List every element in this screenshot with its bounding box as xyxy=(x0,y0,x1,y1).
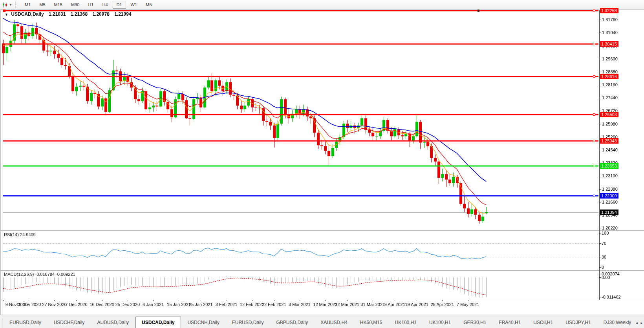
tabs-holder: EURUSD,DailyUSDCHF,DailyAUDUSD,DailyUSDC… xyxy=(3,317,634,328)
chart-symbol-period: USDCAD,Daily xyxy=(11,11,44,17)
tabbar-grip xyxy=(0,318,2,328)
price-axis-tick: 1.31040 xyxy=(602,30,618,35)
price-axis-tick: 1.21660 xyxy=(602,200,618,204)
tab-item-audusd-daily[interactable]: AUDUSD,Daily xyxy=(91,318,135,327)
price-axis-tick: 1.22380 xyxy=(602,187,618,191)
price-axis-tick: 1.28160 xyxy=(602,82,618,87)
macd-scale-label: 0.00 xyxy=(602,275,610,280)
price-axis-tick: 1.31760 xyxy=(602,17,618,22)
symbol-tab-bar: EURUSD,DailyUSDCHF,DailyAUDUSD,DailyUSDC… xyxy=(0,315,644,328)
level-price-label[interactable]: 1.23653 xyxy=(600,163,618,169)
tab-item-usdchf-daily[interactable]: USDCHF,Daily xyxy=(48,318,91,327)
tab-scroll-right-icon[interactable]: ▸ xyxy=(639,321,644,325)
trading-platform-window: ▾ M1M5M15M30H1H4D1W1MN ▼ USDCAD,Daily 1.… xyxy=(0,0,644,328)
rsi-scale-label: 30 xyxy=(602,255,606,259)
rsi-scale-label: 0 xyxy=(602,265,604,270)
level-price-label[interactable]: 1.30415 xyxy=(600,41,618,47)
rsi-scale-label: 100 xyxy=(602,231,609,235)
level-price-label[interactable]: 1.28616 xyxy=(600,74,618,79)
tab-item-usdcad-daily[interactable]: USDCAD,Daily xyxy=(135,317,181,328)
tab-item-xauusd-h4[interactable]: XAUUSD,H4 xyxy=(314,318,354,327)
rsi-scale-label: 70 xyxy=(602,241,606,246)
tab-item-usoil-h1[interactable]: USOil,H1 xyxy=(527,318,559,327)
price-axis-tick: 1.20220 xyxy=(602,226,618,230)
tab-item-usdjpy-h1[interactable]: USDJPY,H1 xyxy=(559,318,597,327)
ohlc-low: 1.20978 xyxy=(92,11,109,17)
price-axis-tick: 1.29600 xyxy=(602,56,618,61)
tab-item-gbpusd-daily[interactable]: GBPUSD,Daily xyxy=(270,318,314,327)
macd-indicator-label: MACD(12,26,9) -0.010784 -0.009221 xyxy=(4,272,75,277)
price-axis-tick: 1.25980 xyxy=(602,122,618,126)
level-price-label[interactable]: 1.22000 xyxy=(600,193,618,199)
tab-item-hk50-m15[interactable]: HK50,M15 xyxy=(354,318,389,327)
rsi-indicator-label: RSI(14) 24.9409 xyxy=(4,232,36,237)
tab-item-uk100-h1[interactable]: UK100,H1 xyxy=(423,318,457,327)
tab-scroll-left-icon[interactable]: ◂ xyxy=(634,321,639,325)
chart-title: ▼ USDCAD,Daily 1.21031 1.21368 1.20978 1… xyxy=(5,11,132,17)
tab-item-uk100-h1[interactable]: UK100,H1 xyxy=(389,318,423,327)
tab-item-dj30-weekly[interactable]: DJ30,Weekly xyxy=(597,318,634,327)
bid-price-label: 1.21094 xyxy=(600,210,618,215)
macd-scale-label: -0.011462 xyxy=(602,295,621,299)
tab-item-fra40-h1[interactable]: FRA40,H1 xyxy=(492,318,527,327)
date-axis-label: 7 May 2021 xyxy=(452,302,484,307)
level-price-label[interactable]: 1.26503 xyxy=(600,112,618,117)
tab-item-ger30-h1[interactable]: GER30,H1 xyxy=(457,318,492,327)
price-axis-tick: 1.27440 xyxy=(602,95,618,100)
tab-item-eurusd-daily[interactable]: EURUSD,Daily xyxy=(226,318,270,327)
price-axis-tick: 1.24540 xyxy=(602,148,618,152)
level-price-label[interactable]: 1.32258 xyxy=(600,8,618,13)
tab-item-usdcnh-daily[interactable]: USDCNH,Daily xyxy=(181,318,225,327)
chart-canvas[interactable] xyxy=(0,0,644,328)
tab-item-eurusd-daily[interactable]: EURUSD,Daily xyxy=(3,318,48,327)
ohlc-close: 1.21094 xyxy=(114,11,131,17)
price-axis-tick: 1.23100 xyxy=(602,173,618,178)
ohlc-high: 1.21368 xyxy=(71,11,88,17)
level-price-label[interactable]: 1.25043 xyxy=(600,138,618,144)
ohlc-open: 1.21031 xyxy=(49,11,66,17)
chart-title-dropdown-icon[interactable]: ▼ xyxy=(5,13,8,16)
